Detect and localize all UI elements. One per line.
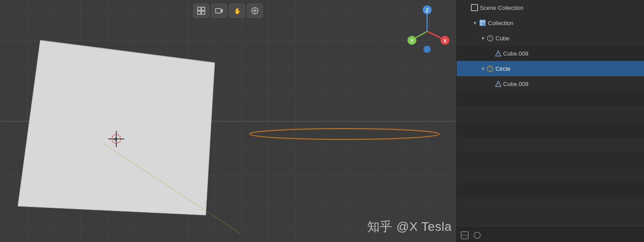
mesh-icon	[495, 50, 501, 56]
scene-collection-icon	[471, 4, 478, 11]
svg-rect-32	[483, 21, 485, 22]
diagonal-line	[103, 132, 259, 242]
svg-rect-11	[198, 11, 201, 14]
cube-icon	[487, 35, 494, 42]
circle-ellipse	[248, 126, 441, 142]
svg-rect-33	[480, 23, 482, 25]
svg-text:Z: Z	[426, 8, 429, 13]
outliner-row-scene-collection[interactable]: Scene Collection	[457, 0, 644, 15]
bottom-icon-1	[460, 231, 469, 240]
bottom-icon-2	[473, 231, 482, 240]
circle-cube-icon	[487, 65, 494, 72]
grid-view-button[interactable]	[193, 4, 209, 18]
collection-icon	[479, 19, 486, 26]
outliner-empty-row-7	[457, 183, 644, 198]
svg-text:⊕: ⊕	[114, 137, 117, 142]
outliner-row-collection[interactable]: ▼ Collection	[457, 15, 644, 30]
scene-collection-label: Scene Collection	[480, 4, 641, 11]
chevron-expand-icon: ▼	[473, 21, 477, 26]
svg-rect-12	[202, 11, 205, 14]
svg-rect-9	[198, 7, 201, 10]
viewport[interactable]: ⊕ ✋	[0, 0, 456, 242]
svg-point-3	[250, 129, 439, 139]
outliner-bottom-strip	[457, 228, 644, 242]
circle-chevron-icon: ▼	[481, 66, 485, 71]
outliner-row-cube009[interactable]: Cube.009	[457, 76, 644, 91]
crosshair-cursor: ⊕	[107, 130, 125, 148]
svg-text:X: X	[443, 38, 447, 43]
svg-text:Y: Y	[410, 38, 414, 43]
outliner-empty-row-1	[457, 91, 644, 107]
svg-line-2	[103, 143, 240, 233]
camera-button[interactable]	[211, 4, 227, 18]
outliner-empty-row-3	[457, 122, 644, 137]
cube-chevron-icon: ▼	[481, 36, 485, 41]
svg-point-29	[424, 46, 431, 53]
svg-rect-31	[480, 21, 482, 22]
top-toolbar: ✋	[0, 4, 456, 18]
mesh-icon-2	[495, 81, 501, 87]
pan-button[interactable]: ✋	[229, 4, 245, 18]
outliner-empty-row-5	[457, 152, 644, 168]
outliner-row-cube008[interactable]: Cube.008	[457, 46, 644, 61]
svg-rect-13	[216, 9, 221, 13]
cube009-label: Cube.009	[503, 81, 641, 87]
outliner-row-cube[interactable]: ▼ Cube	[457, 30, 644, 46]
watermark: 知乎 @X Tesla	[367, 218, 452, 235]
circle-label: Circle	[496, 65, 641, 72]
outliner-empty-row-4	[457, 137, 644, 152]
cube008-label: Cube.008	[503, 50, 641, 57]
svg-point-46	[474, 232, 480, 238]
outliner-row-circle[interactable]: ▼ Circle	[457, 61, 644, 76]
cube-label: Cube	[496, 35, 641, 42]
outliner-panel: Scene Collection ▼ Collection ▼ Cube Cub…	[456, 0, 644, 242]
svg-text:✋: ✋	[234, 7, 241, 15]
add-button[interactable]	[247, 4, 263, 18]
svg-rect-10	[202, 7, 205, 10]
collection-label: Collection	[488, 20, 641, 26]
outliner-empty-row-6	[457, 168, 644, 183]
viewport-gizmo[interactable]: Z X Y	[405, 4, 449, 58]
outliner-empty-row-2	[457, 107, 644, 122]
